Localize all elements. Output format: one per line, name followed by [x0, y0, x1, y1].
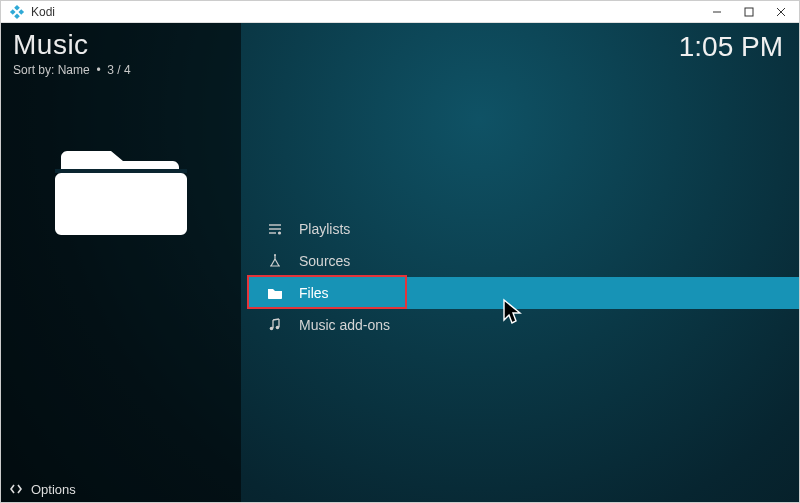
playlist-icon [263, 221, 287, 237]
sort-label: Sort by: Name [13, 63, 90, 77]
svg-point-13 [274, 254, 276, 256]
svg-rect-5 [745, 8, 753, 16]
window-titlebar: Kodi [1, 1, 799, 23]
separator-dot: • [93, 63, 107, 77]
footer-bar: Options [1, 476, 76, 502]
position-indicator: 3 / 4 [107, 63, 130, 77]
window-title: Kodi [31, 5, 55, 19]
section-header: Music Sort by: Name • 3 / 4 [13, 29, 131, 77]
menu-item-music-addons[interactable]: Music add-ons [249, 309, 799, 341]
menu-item-sources[interactable]: Sources [249, 245, 799, 277]
svg-point-12 [278, 231, 281, 234]
svg-point-15 [276, 326, 280, 330]
maximize-button[interactable] [733, 1, 765, 23]
svg-point-14 [270, 327, 274, 331]
svg-rect-1 [18, 9, 24, 15]
music-note-icon [263, 317, 287, 333]
folder-preview-icon [51, 133, 191, 247]
folder-icon [263, 285, 287, 301]
svg-rect-3 [14, 13, 20, 19]
svg-rect-8 [55, 169, 187, 173]
menu-item-files[interactable]: Files [249, 277, 799, 309]
sources-icon [263, 253, 287, 269]
section-title: Music [13, 29, 131, 61]
menu-item-playlists[interactable]: Playlists [249, 213, 799, 245]
menu-item-label: Sources [299, 253, 350, 269]
clock: 1:05 PM [679, 31, 783, 63]
menu-item-label: Music add-ons [299, 317, 390, 333]
app-content: Music Sort by: Name • 3 / 4 1:05 PM [1, 23, 799, 502]
options-icon[interactable] [9, 482, 23, 496]
close-button[interactable] [765, 1, 797, 23]
svg-rect-0 [14, 4, 20, 10]
minimize-button[interactable] [701, 1, 733, 23]
app-window: Kodi Music Sort by: Name • 3 / 4 1:05 PM [0, 0, 800, 503]
kodi-logo-icon [9, 4, 25, 20]
menu-item-label: Files [299, 285, 329, 301]
menu-item-label: Playlists [299, 221, 350, 237]
options-label[interactable]: Options [31, 482, 76, 497]
menu-list: Playlists Sources Files [249, 213, 799, 341]
section-subtitle: Sort by: Name • 3 / 4 [13, 63, 131, 77]
svg-rect-2 [10, 9, 16, 15]
left-sidebar [1, 23, 241, 502]
